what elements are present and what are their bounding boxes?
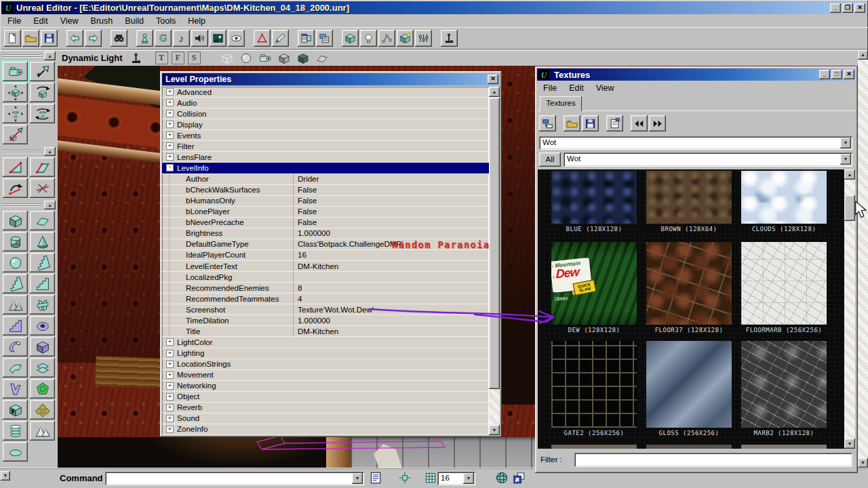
dodecahedron-builder-button[interactable]	[30, 379, 55, 399]
group-row-object[interactable]: +Object	[162, 392, 489, 403]
palette-collapse-button[interactable]: ▲	[44, 52, 56, 60]
build-options-button[interactable]	[415, 30, 432, 47]
scroll-up-button[interactable]: ▲	[489, 87, 500, 97]
bent-cylinder-builder-button[interactable]	[3, 337, 28, 357]
title-bar[interactable]: U Unreal Editor - [E:\Editor\UnrealTourn…	[1, 1, 867, 14]
build-lighting-button[interactable]	[360, 30, 377, 47]
tessellated-builder-button[interactable]	[30, 400, 55, 420]
expand-icon[interactable]: +	[166, 382, 174, 390]
multi-sheet-builder-button[interactable]	[30, 358, 55, 378]
texture-tile-partial[interactable]	[741, 445, 827, 449]
scale-brush-button[interactable]	[3, 125, 28, 144]
property-row-bloneplayer[interactable]: bLonePlayerFalse	[162, 207, 489, 218]
expand-icon[interactable]: +	[166, 371, 174, 379]
expand-icon[interactable]: +	[166, 142, 174, 150]
property-row-idealplayercount[interactable]: IdealPlayerCount16	[162, 250, 489, 261]
group-row-locationstrings[interactable]: +LocationStrings	[162, 359, 489, 370]
menu-help[interactable]: Help	[182, 15, 212, 27]
group-row-filter[interactable]: +Filter	[162, 141, 489, 152]
menu-build[interactable]: Build	[119, 15, 150, 27]
texture-tile-gate2[interactable]: GATE2 (256X256)	[551, 341, 637, 436]
script-editor-button[interactable]	[272, 30, 289, 47]
textures-menu-view[interactable]: View	[590, 82, 620, 94]
package-tree-button[interactable]	[539, 115, 556, 131]
property-value[interactable]: DM-Kitchen	[293, 261, 489, 271]
property-value[interactable]: Texture'Wot.Wot.Dew'	[293, 304, 489, 314]
level-properties-title-bar[interactable]: Level Properties ✕	[162, 73, 500, 85]
group-row-reverb[interactable]: +Reverb	[162, 403, 489, 413]
volumetric-builder-button[interactable]	[3, 379, 28, 399]
group-row-lightcolor[interactable]: +LightColor	[162, 337, 489, 348]
expand-icon[interactable]: +	[166, 88, 174, 96]
mode-button-s[interactable]: S	[188, 52, 201, 64]
grid-size-dropdown-button[interactable]: ▼	[463, 473, 474, 484]
surface-properties-button[interactable]	[316, 30, 333, 47]
show-log-icon[interactable]	[368, 470, 383, 485]
texture-tile-dew[interactable]: MountainDewQUICK SLAM20 oz.MountainDewQU…	[551, 242, 637, 333]
move-brush-button[interactable]	[3, 83, 28, 102]
rotate-actor-button[interactable]: T	[30, 104, 55, 123]
textures-title-bar[interactable]: U Textures _□✕	[537, 68, 856, 81]
property-row-bcheckwalksurfaces[interactable]: bCheckWalkSurfacesFalse	[162, 185, 489, 196]
group-row-movement[interactable]: +Movement	[162, 370, 489, 381]
redo-button[interactable]	[85, 30, 102, 47]
zoom-actor-button[interactable]	[30, 62, 55, 81]
save-package-button[interactable]	[582, 115, 599, 131]
texture-browser-button[interactable]	[210, 30, 226, 47]
sphere-builder-button[interactable]	[3, 253, 28, 272]
search-actors-button[interactable]	[111, 30, 127, 47]
hollow-cube-builder-button[interactable]	[30, 337, 55, 357]
expand-icon[interactable]: +	[166, 415, 174, 422]
minimize-button[interactable]: _	[819, 70, 830, 79]
play-level-button[interactable]	[441, 30, 458, 47]
cube-builder-button[interactable]	[3, 211, 28, 230]
camera-view-icon[interactable]	[257, 51, 273, 66]
property-value[interactable]: 1.000000	[293, 228, 489, 239]
all-groups-button[interactable]: All	[539, 152, 561, 167]
next-group-button[interactable]	[649, 115, 666, 131]
cone-builder-button[interactable]	[30, 232, 55, 251]
texture-tile-blue[interactable]: BLUE (128X128)	[551, 171, 637, 232]
curved-stair-builder-button[interactable]	[30, 253, 55, 272]
move-actor-button[interactable]: T	[3, 104, 28, 123]
undo-button[interactable]	[66, 30, 83, 47]
actor-align-icon[interactable]	[397, 470, 412, 485]
maximize-viewport-icon[interactable]	[511, 470, 526, 485]
spiral-stair-builder-button[interactable]	[3, 274, 28, 293]
expand-icon[interactable]: +	[166, 404, 174, 411]
command-dropdown-button[interactable]: ▼	[352, 473, 363, 484]
property-row-timedilation[interactable]: TimeDilation1.000000	[162, 315, 489, 326]
group-browser-button[interactable]: G	[155, 30, 172, 47]
package-select[interactable]: Wot ▼	[539, 136, 852, 150]
texture-properties-button[interactable]	[606, 115, 623, 131]
property-value[interactable]: False	[293, 207, 489, 217]
music-browser-button[interactable]: ♪	[173, 30, 190, 47]
sheets-builder-button[interactable]	[30, 295, 55, 314]
properties-scrollbar[interactable]: ▲ ▼	[489, 87, 500, 435]
save-map-button[interactable]	[41, 30, 58, 47]
property-value[interactable]	[293, 272, 489, 282]
vertex-edit-button[interactable]	[3, 157, 28, 177]
property-row-localizedpkg[interactable]: LocalizedPkg	[162, 272, 489, 283]
expand-icon[interactable]: +	[166, 110, 174, 117]
scroll-up-button[interactable]: ▲	[844, 169, 855, 180]
property-value[interactable]: False	[293, 218, 489, 228]
property-value[interactable]: Drider	[293, 174, 489, 184]
command-input[interactable]: ▼	[105, 472, 364, 485]
rotation-grid-icon[interactable]	[494, 470, 509, 485]
actor-properties-button[interactable]	[298, 30, 315, 47]
sound-browser-button[interactable]	[191, 30, 208, 47]
texture-rotate-button[interactable]	[3, 178, 28, 198]
property-value[interactable]: False	[293, 196, 489, 206]
property-value[interactable]: False	[293, 185, 489, 195]
close-icon[interactable]: ✕	[488, 75, 498, 84]
flat-shaded-view-icon[interactable]	[314, 51, 330, 66]
scroll-down-button[interactable]: ▼	[858, 458, 868, 468]
palette-scroll-down-button[interactable]: ▼	[1, 471, 10, 481]
minimize-button[interactable]: _	[830, 3, 841, 13]
property-row-author[interactable]: AuthorDrider	[162, 174, 489, 185]
property-value[interactable]: 1.000000	[293, 315, 489, 325]
face-edit-button[interactable]	[30, 157, 55, 177]
expand-icon[interactable]: -	[166, 164, 174, 171]
build-paths-button[interactable]	[378, 30, 395, 47]
